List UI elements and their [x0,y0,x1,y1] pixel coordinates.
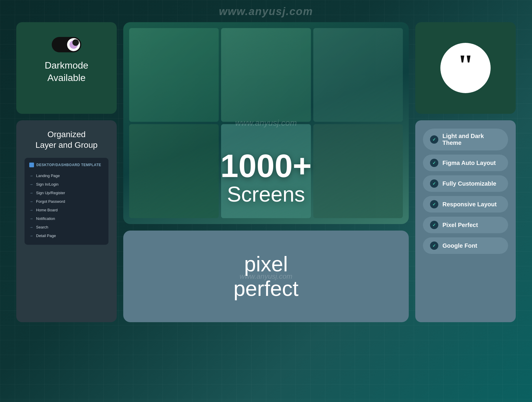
check-icon: ✓ [432,181,436,186]
layer-item-label: Detail Page [36,234,56,238]
layer-item-label: Search [36,225,48,229]
layer-item: → Detail Page [29,231,104,240]
layers-panel: DESKTOP/DASHBOARD TEMPLATE → Landing Pag… [25,158,108,245]
screen-thumb [129,28,219,122]
feature-label: Google Font [442,242,477,249]
feature-label: Pixel Perfect [442,222,478,228]
arrow-icon: → [29,216,33,221]
pixel-perfect-card: www.anyusj.com pixelperfect [123,231,409,322]
quote-circle: " [440,43,491,93]
layer-item: → Sign In/Login [29,180,104,189]
screens-card: www.anyusj.com 1000+ Screens [123,22,409,224]
toggle-knob [67,38,80,51]
feature-item-customizable: ✓ Fully Customizable [423,175,508,192]
arrow-icon: → [29,208,33,212]
layer-icon [29,163,34,167]
check-circle: ✓ [430,221,438,229]
arrow-icon: → [29,182,33,187]
left-column: DarkmodeAvailable OrganizedLayer and Gro… [16,22,117,322]
darkmode-title: DarkmodeAvailable [45,59,88,84]
arrow-icon: → [29,225,33,229]
feature-item-figma: ✓ Figma Auto Layout [423,155,508,171]
check-circle: ✓ [430,135,438,144]
features-card: ✓ Light and Dark Theme ✓ Figma Auto Layo… [415,120,516,322]
layer-item-label: Home Board [36,208,58,212]
feature-label: Responsive Layout [442,201,497,208]
check-circle: ✓ [430,241,438,250]
layer-item: → Notification [29,214,104,223]
layer-item: → Search [29,223,104,231]
check-icon: ✓ [432,243,436,248]
check-circle: ✓ [430,200,438,208]
layer-item: → Home Board [29,206,104,214]
check-icon: ✓ [432,161,436,165]
watermark: www.anyusj.com [219,5,313,18]
layer-header-text: DESKTOP/DASHBOARD TEMPLATE [36,163,101,167]
layer-item-label: Sign Up/Register [36,191,65,195]
layer-item-label: Landing Page [36,174,60,178]
moon-icon [69,40,78,49]
screen-thumb [221,28,311,122]
feature-item-pixel: ✓ Pixel Perfect [423,217,508,233]
check-circle: ✓ [430,179,438,188]
layers-card: OrganizedLayer and Group DESKTOP/DASHBOA… [16,120,117,322]
dark-mode-toggle[interactable] [52,37,81,52]
feature-label: Light and Dark Theme [442,133,501,146]
check-icon: ✓ [432,223,436,227]
feature-label: Fully Customizable [442,180,496,187]
check-icon: ✓ [432,137,436,142]
layer-item: → Forgot Password [29,197,104,206]
screen-thumb [313,28,403,122]
layer-item: → Landing Page [29,171,104,180]
right-column: " ✓ Light and Dark Theme ✓ Figma Auto La… [415,22,516,322]
screens-count: 1000+ [123,150,409,182]
layers-title: OrganizedLayer and Group [25,129,108,151]
layer-item-label: Sign In/Login [36,182,59,187]
arrow-icon: → [29,199,33,204]
layer-header: DESKTOP/DASHBOARD TEMPLATE [29,163,104,167]
screens-label: Screens [123,182,409,206]
feature-item-google-font: ✓ Google Font [423,237,508,254]
check-icon: ✓ [432,202,436,207]
darkmode-card: DarkmodeAvailable [16,22,117,114]
quote-mark: " [457,53,474,77]
feature-item-light-dark: ✓ Light and Dark Theme [423,129,508,150]
center-column: www.anyusj.com 1000+ Screens www.anyusj.… [123,22,409,322]
feature-label: Figma Auto Layout [442,160,496,166]
layer-item: → Sign Up/Register [29,189,104,197]
screens-text-overlay: 1000+ Screens [123,150,409,206]
quote-card: " [415,22,516,114]
feature-item-responsive: ✓ Responsive Layout [423,196,508,213]
layer-item-label: Notification [36,216,55,221]
pixel-perfect-text: pixelperfect [233,252,299,301]
arrow-icon: → [29,174,33,178]
arrow-icon: → [29,234,33,238]
main-layout: DarkmodeAvailable OrganizedLayer and Gro… [16,22,516,386]
arrow-icon: → [29,191,33,195]
layer-item-label: Forgot Password [36,199,65,204]
check-circle: ✓ [430,159,438,167]
